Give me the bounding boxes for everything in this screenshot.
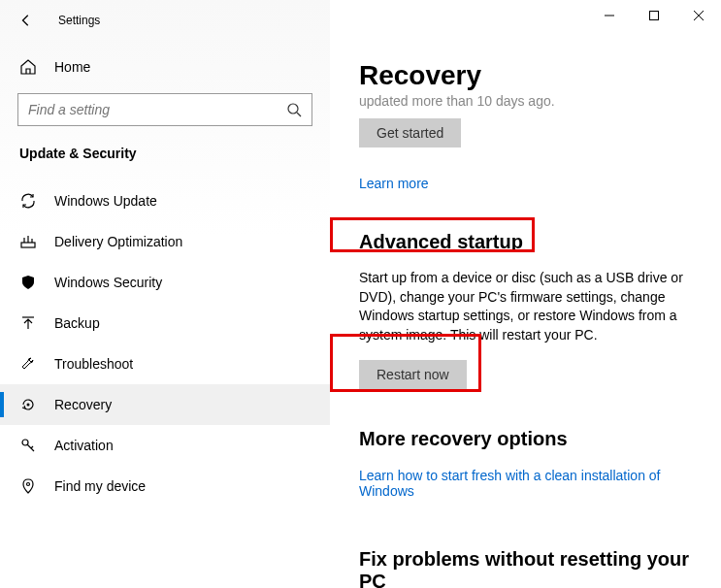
back-icon[interactable] [19,14,33,27]
search-icon [286,102,302,117]
close-button[interactable] [676,0,721,31]
nav-label: Backup [54,315,100,331]
sidebar-item-backup[interactable]: Backup [0,303,330,343]
nav-label: Windows Update [54,193,157,209]
search-wrap [17,93,312,126]
nav-label: Find my device [54,478,146,494]
svg-line-1 [297,113,301,116]
backup-icon [19,314,37,332]
learn-more-link[interactable]: Learn more [359,176,429,191]
section-header: Update & Security [0,146,330,180]
svg-rect-7 [650,12,659,20]
sidebar-item-activation[interactable]: Activation [0,425,330,466]
sidebar: Settings Home Update & Security Windows … [0,0,330,588]
window-controls [587,0,721,31]
advanced-startup-heading: Advanced startup [359,231,700,253]
sidebar-item-find-my-device[interactable]: Find my device [0,466,330,506]
more-recovery-heading: More recovery options [359,428,700,450]
sidebar-item-troubleshoot[interactable]: Troubleshoot [0,343,330,384]
key-icon [19,437,37,454]
search-box[interactable] [17,93,312,126]
sidebar-item-recovery[interactable]: Recovery [0,384,330,425]
advanced-startup-desc: Start up from a device or disc (such as … [359,269,700,344]
maximize-button[interactable] [632,0,676,31]
restart-now-button[interactable]: Restart now [359,360,467,389]
recovery-icon [19,396,37,413]
sidebar-home[interactable]: Home [0,49,330,85]
svg-point-0 [288,104,298,114]
get-started-button[interactable]: Get started [359,118,461,147]
nav-label: Recovery [54,397,112,412]
page-title: Recovery [359,60,700,91]
search-input[interactable] [28,102,286,117]
content: Recovery updated more than 10 days ago. … [330,0,721,588]
sidebar-item-windows-update[interactable]: Windows Update [0,180,330,221]
nav-label: Activation [54,438,114,453]
svg-point-5 [27,483,30,486]
nav-label: Delivery Optimization [54,234,182,249]
fresh-install-link[interactable]: Learn how to start fresh with a clean in… [359,468,700,499]
nav-label: Windows Security [54,275,162,290]
sync-icon [19,192,37,210]
minimize-button[interactable] [587,0,632,31]
delivery-icon [19,233,37,250]
nav-label: Troubleshoot [54,356,133,372]
location-icon [19,477,37,495]
svg-rect-2 [21,243,35,247]
wrench-icon [19,355,37,373]
shield-icon [19,274,37,291]
svg-point-3 [27,404,30,407]
titlebar: Settings [0,0,330,37]
home-icon [19,58,37,76]
fix-problems-heading: Fix problems without resetting your PC [359,548,700,588]
sidebar-item-windows-security[interactable]: Windows Security [0,262,330,303]
window-title: Settings [58,14,100,27]
home-label: Home [54,59,90,75]
stale-text: updated more than 10 days ago. [359,93,700,109]
sidebar-item-delivery-optimization[interactable]: Delivery Optimization [0,221,330,262]
